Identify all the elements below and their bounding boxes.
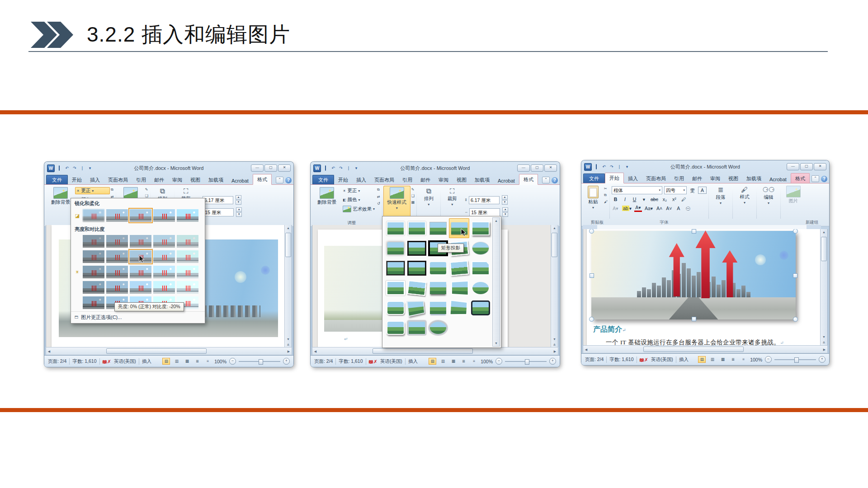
tab-ribbon-2[interactable]: 插入: [352, 175, 370, 185]
tab-ribbon-10[interactable]: 格式: [519, 174, 538, 185]
brightness-contrast-thumb[interactable]: [83, 235, 104, 248]
resize-handle-sw[interactable]: [589, 317, 594, 322]
spellcheck-icon[interactable]: 📖︎✗: [640, 357, 648, 362]
underline-options-icon[interactable]: ▾: [640, 196, 648, 202]
scroll-right-icon[interactable]: ▶: [821, 347, 827, 352]
minimize-ribbon-icon[interactable]: ⌃: [811, 175, 819, 182]
cut-icon[interactable]: ✂: [604, 187, 608, 191]
horizontal-scrollbar[interactable]: ◀ ▶: [312, 347, 558, 355]
brightness-contrast-thumb[interactable]: [106, 281, 128, 294]
picture-style-dark-rounded[interactable]: [470, 298, 491, 318]
superscript-button[interactable]: x²: [670, 196, 678, 202]
picture-style-thin-frame[interactable]: [428, 218, 448, 238]
status-word-count[interactable]: 字数: 1,610: [339, 358, 363, 365]
scroll-left-icon[interactable]: ◀: [46, 348, 52, 354]
help-icon[interactable]: ?: [552, 177, 558, 183]
tab-file-0[interactable]: 文件: [583, 174, 605, 183]
scroll-left-icon[interactable]: ◀: [583, 347, 589, 352]
gallery-scroll-down-icon[interactable]: ▼: [493, 340, 499, 346]
hscrollbar-thumb[interactable]: [643, 347, 744, 352]
gallery-scroll-up-icon[interactable]: ▲: [493, 218, 499, 224]
tab-ribbon-8[interactable]: 加载项: [204, 175, 227, 185]
minimize-button[interactable]: —: [517, 164, 530, 172]
zoom-level[interactable]: 100%: [481, 359, 493, 364]
selected-picture[interactable]: [591, 231, 796, 319]
resize-handle-e[interactable]: [793, 273, 797, 278]
web-layout-view-icon[interactable]: ▦: [449, 358, 457, 365]
status-language[interactable]: 英语(美国): [380, 358, 402, 365]
status-page[interactable]: 页面: 2/4: [585, 357, 604, 363]
brightness-contrast-thumb[interactable]: [153, 266, 175, 278]
picture-style-bottom-shadow[interactable]: [428, 278, 448, 298]
sharpen-thumb[interactable]: [106, 209, 128, 222]
scrollbar-thumb[interactable]: [821, 237, 827, 261]
horizontal-scrollbar[interactable]: ◀ ▶: [46, 347, 292, 355]
window-titlebar[interactable]: W ↶ ↷ | ▾ 公司简介.docx - Microsoft Word — ▢…: [44, 162, 293, 174]
picture-style-drop-shadow[interactable]: [470, 218, 491, 238]
picture-style-white-frame[interactable]: [385, 278, 406, 298]
brightness-contrast-thumb[interactable]: [83, 250, 104, 263]
paragraph-button[interactable]: ≣ 段落▾: [710, 184, 731, 226]
close-button[interactable]: ✕: [278, 164, 291, 172]
word-window-quick-styles[interactable]: W ↶ ↷ | ▾ 公司简介.docx - Microsoft Word — ▢…: [311, 162, 560, 367]
brightness-contrast-thumb[interactable]: [177, 250, 198, 263]
print-layout-view-icon[interactable]: ▤: [162, 358, 170, 365]
tab-ribbon-6[interactable]: 审阅: [706, 174, 724, 183]
brightness-contrast-thumb[interactable]: [177, 281, 198, 294]
picture-style-black-thin-frame[interactable]: [385, 258, 406, 278]
picture-style-metal-frame[interactable]: [406, 318, 427, 338]
change-picture-icon[interactable]: ⇄: [377, 195, 380, 199]
picture-border-icon[interactable]: ✎: [411, 188, 415, 192]
grow-font-button[interactable]: A˄: [656, 205, 663, 211]
picture-corrections-options-item[interactable]: 🗔︎ 图片更正选项(C)...: [71, 311, 205, 323]
web-layout-view-icon[interactable]: ▦: [719, 356, 726, 363]
italic-button[interactable]: I: [621, 196, 629, 202]
zoom-slider[interactable]: [505, 361, 547, 362]
brightness-contrast-thumb[interactable]: [83, 296, 104, 309]
spellcheck-icon[interactable]: 📖︎✗: [369, 359, 377, 364]
font-size-select[interactable]: 四号▾: [664, 186, 687, 194]
hscrollbar-thumb[interactable]: [106, 348, 207, 354]
minimize-button[interactable]: —: [251, 164, 264, 172]
picture-style-snip-corner[interactable]: [470, 258, 491, 278]
shape-height-input[interactable]: 6.17 厘米: [203, 196, 233, 204]
sharpen-thumb[interactable]: [83, 209, 104, 222]
picture-style-simple-frame[interactable]: [406, 218, 427, 238]
scrollbar-thumb[interactable]: [285, 233, 291, 257]
print-layout-view-icon[interactable]: ▤: [698, 356, 706, 363]
sharpen-thumb[interactable]: [130, 209, 151, 222]
zoom-level[interactable]: 100%: [214, 359, 226, 364]
tab-ribbon-2[interactable]: 插入: [624, 174, 642, 183]
brightness-contrast-thumb[interactable]: [153, 235, 175, 248]
draft-view-icon[interactable]: ≡: [204, 358, 212, 365]
picture-style-metal-oval[interactable]: [428, 318, 448, 338]
brightness-contrast-thumb[interactable]: [83, 266, 104, 278]
brightness-contrast-thumb[interactable]: [130, 266, 151, 278]
outline-view-icon[interactable]: ≣: [193, 358, 201, 365]
zoom-out-button[interactable]: −: [229, 358, 236, 365]
compress-picture-icon[interactable]: ⧉: [377, 188, 380, 192]
picture-style-oval-blur[interactable]: [470, 278, 491, 298]
pinyin-guide-button[interactable]: 雯: [689, 187, 696, 193]
picture-style-plain-selected[interactable]: [449, 218, 469, 238]
web-layout-view-icon[interactable]: ▦: [183, 358, 191, 365]
status-insert-mode[interactable]: 插入: [408, 358, 418, 365]
picture-style-rotated-white[interactable]: [449, 258, 469, 278]
height-spinner[interactable]: ▲▼: [502, 195, 508, 205]
character-border-button[interactable]: A: [698, 187, 707, 194]
tab-ribbon-4[interactable]: 引用: [398, 175, 416, 185]
brightness-contrast-thumb[interactable]: [130, 250, 151, 263]
underline-button[interactable]: U: [631, 196, 638, 202]
draft-view-icon[interactable]: ≡: [470, 358, 478, 365]
tab-ribbon-4[interactable]: 引用: [132, 175, 150, 185]
vertical-scrollbar[interactable]: ▲ ▼ ≛: [820, 229, 827, 346]
scroll-right-icon[interactable]: ▶: [286, 348, 292, 354]
sharpen-thumb[interactable]: [153, 209, 175, 222]
picture-style-perspective-right[interactable]: [449, 278, 469, 298]
fullscreen-reading-view-icon[interactable]: ▥: [173, 358, 180, 365]
tab-ribbon-2[interactable]: 插入: [86, 175, 104, 185]
tab-ribbon-5[interactable]: 邮件: [150, 175, 168, 185]
maximize-button[interactable]: ▢: [264, 164, 277, 172]
tab-ribbon-1[interactable]: 开始: [68, 175, 86, 185]
brightness-contrast-thumb[interactable]: [106, 266, 128, 278]
